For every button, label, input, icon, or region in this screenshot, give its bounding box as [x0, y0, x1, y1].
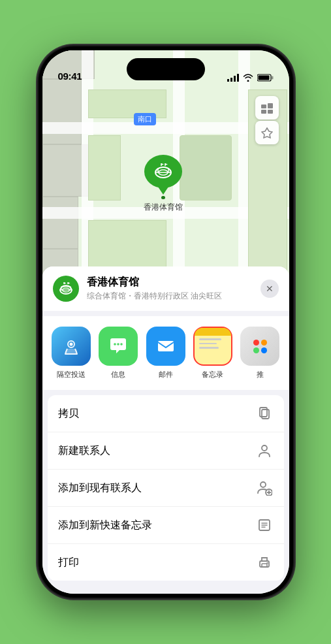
mail-icon — [146, 327, 185, 366]
marker-dot — [161, 196, 165, 199]
svg-marker-17 — [165, 163, 168, 165]
svg-rect-0 — [227, 79, 229, 82]
svg-rect-2 — [234, 76, 236, 82]
share-more[interactable]: 推 — [236, 327, 283, 379]
svg-rect-9 — [261, 110, 266, 114]
action-print[interactable]: 打印 — [48, 544, 284, 581]
share-messages[interactable]: 信息 — [95, 327, 142, 379]
action-add-existing[interactable]: 添加到现有联系人 — [48, 470, 284, 507]
location-label: 南口 — [134, 113, 156, 125]
action-add-notes-label: 添加到新快速备忘录 — [58, 519, 152, 532]
share-mail[interactable]: 邮件 — [142, 327, 189, 379]
svg-rect-3 — [237, 74, 239, 82]
action-print-label: 打印 — [58, 556, 79, 570]
more-label: 推 — [257, 370, 264, 379]
svg-point-29 — [120, 343, 123, 346]
marker-circle — [144, 155, 182, 188]
action-add-existing-label: 添加到现有联系人 — [58, 481, 142, 495]
map-controls — [255, 96, 279, 144]
share-row: 隔空投送 信息 — [42, 316, 289, 390]
svg-marker-22 — [64, 282, 67, 284]
share-notes[interactable]: 备忘录 — [189, 327, 236, 379]
svg-point-28 — [117, 343, 119, 346]
close-button[interactable]: ✕ — [260, 280, 279, 298]
venue-icon — [53, 276, 79, 302]
svg-rect-43 — [262, 564, 267, 567]
more-icon — [240, 327, 279, 366]
svg-point-27 — [114, 343, 116, 346]
phone-frame: 09:41 — [39, 46, 293, 598]
venue-card: 香港体育馆 综合体育馆・香港特别行政区 油尖旺区 ✕ — [42, 266, 289, 311]
bottom-sheet: 香港体育馆 综合体育馆・香港特别行政区 油尖旺区 ✕ 隔空 — [42, 266, 289, 594]
svg-rect-31 — [262, 410, 269, 419]
svg-rect-10 — [268, 110, 273, 114]
notes-icon — [193, 327, 232, 366]
svg-marker-15 — [161, 163, 164, 165]
action-copy-label: 拷贝 — [58, 407, 79, 421]
svg-marker-24 — [68, 282, 71, 284]
copy-icon — [255, 404, 274, 423]
person-add-icon — [255, 479, 274, 497]
action-add-notes[interactable]: 添加到新快速备忘录 — [48, 507, 284, 544]
marker-pin — [144, 155, 182, 199]
venue-subtext: 综合体育馆・香港特别行政区 油尖旺区 — [87, 291, 253, 302]
action-list: 拷贝 新建联系人 — [48, 395, 284, 581]
airdrop-icon — [52, 327, 91, 366]
venue-info: 香港体育馆 综合体育馆・香港特别行政区 油尖旺区 — [87, 276, 253, 302]
marker-tail — [158, 187, 168, 195]
venue-name: 香港体育馆 — [87, 276, 253, 289]
status-icons — [227, 74, 274, 82]
notes-label: 备忘录 — [202, 370, 223, 379]
action-new-contact[interactable]: 新建联系人 — [48, 432, 284, 470]
svg-point-34 — [260, 482, 266, 487]
share-airdrop[interactable]: 隔空投送 — [48, 327, 95, 379]
messages-icon — [99, 327, 138, 366]
svg-rect-7 — [261, 105, 266, 108]
svg-rect-30 — [158, 341, 174, 351]
svg-point-33 — [262, 445, 267, 451]
signal-icon — [227, 74, 239, 82]
svg-rect-5 — [272, 76, 274, 80]
svg-rect-1 — [230, 78, 232, 82]
printer-icon — [255, 553, 274, 572]
airdrop-label: 隔空投送 — [57, 370, 86, 379]
action-copy[interactable]: 拷贝 — [48, 395, 284, 432]
stadium-marker[interactable]: 香港体育馆 — [144, 155, 183, 213]
messages-label: 信息 — [111, 370, 125, 379]
location-button[interactable] — [255, 121, 279, 144]
svg-rect-6 — [258, 76, 269, 80]
battery-icon — [257, 74, 274, 82]
phone-screen: 09:41 — [42, 50, 289, 594]
marker-label: 香港体育馆 — [144, 202, 183, 213]
dynamic-island — [127, 58, 205, 80]
person-icon — [255, 442, 274, 460]
svg-point-26 — [69, 343, 72, 346]
svg-point-44 — [266, 562, 268, 564]
mail-label: 邮件 — [159, 370, 173, 379]
svg-rect-32 — [260, 408, 267, 417]
status-time: 09:41 — [58, 71, 82, 82]
svg-rect-8 — [268, 103, 273, 108]
action-new-contact-label: 新建联系人 — [58, 444, 110, 458]
wifi-icon — [243, 74, 253, 82]
map-view-button[interactable] — [255, 96, 279, 120]
quick-notes-icon — [255, 516, 274, 534]
